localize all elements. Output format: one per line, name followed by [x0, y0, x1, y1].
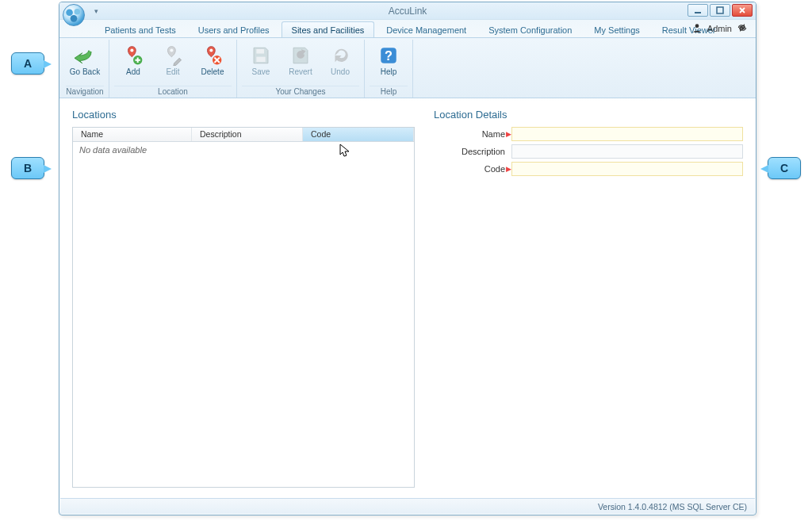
- svg-point-9: [209, 48, 213, 52]
- ribbon-group-label: Help: [370, 86, 408, 98]
- svg-rect-3: [695, 12, 701, 13]
- required-marker-icon: ▶: [505, 130, 511, 138]
- field-label-description: Description: [434, 147, 505, 156]
- svg-point-5: [695, 24, 699, 28]
- app-menu-orb[interactable]: [63, 4, 85, 26]
- app-title: AccuLink: [59, 6, 756, 17]
- field-label-name: Name: [434, 129, 505, 139]
- go-back-button[interactable]: Go Back: [66, 41, 104, 84]
- svg-point-2: [71, 15, 78, 22]
- locations-panel: Locations Name Description Code No data …: [72, 109, 415, 489]
- svg-rect-11: [256, 49, 264, 54]
- minimize-button[interactable]: [688, 4, 708, 17]
- callout-c: C: [768, 157, 801, 179]
- titlebar: ▾ AccuLink: [59, 2, 756, 20]
- locations-grid[interactable]: Name Description Code No data available: [72, 127, 415, 488]
- edit-button: Edit: [154, 41, 192, 84]
- svg-point-6: [130, 48, 133, 52]
- callout-b: B: [11, 157, 44, 179]
- location-details-panel: Location Details Name ▶ Description Code…: [434, 109, 743, 489]
- refresh-button[interactable]: [737, 23, 748, 34]
- version-text: Version 1.4.0.4812 (MS SQL Server CE): [598, 502, 747, 511]
- tab-users-and-profiles[interactable]: Users and Profiles: [188, 21, 280, 37]
- field-label-code: Code: [434, 164, 505, 174]
- delete-button[interactable]: Delete: [193, 41, 232, 84]
- tab-system-configuration[interactable]: System Configuration: [478, 21, 582, 37]
- svg-text:?: ?: [385, 48, 393, 63]
- ribbon-group-help: ? Help Help: [365, 40, 413, 98]
- add-icon: [123, 45, 144, 66]
- svg-rect-12: [256, 57, 265, 63]
- ribbon-tabstrip: Patients and Tests Users and Profiles Si…: [59, 20, 756, 38]
- grid-header: Name Description Code: [73, 128, 414, 142]
- name-field[interactable]: [511, 127, 743, 141]
- grid-empty-text: No data available: [73, 142, 414, 158]
- tab-my-settings[interactable]: My Settings: [584, 21, 649, 37]
- add-button[interactable]: Add: [114, 41, 152, 84]
- svg-point-8: [170, 48, 173, 52]
- revert-icon: [290, 45, 311, 66]
- ribbon-group-location: Add Edit Delete Location: [109, 40, 237, 98]
- close-button[interactable]: [732, 4, 753, 17]
- status-bar: Version 1.4.0.4812 (MS SQL Server CE): [60, 498, 755, 514]
- required-marker-icon: ▶: [505, 165, 511, 173]
- column-description[interactable]: Description: [192, 128, 303, 141]
- app-window: ▾ AccuLink Patients and Tests Users and …: [59, 2, 756, 515]
- undo-icon: [330, 45, 350, 66]
- locations-title: Locations: [72, 109, 415, 121]
- svg-rect-4: [717, 7, 723, 13]
- go-back-icon: [75, 45, 95, 66]
- tab-patients-and-tests[interactable]: Patients and Tests: [94, 21, 186, 37]
- details-title: Location Details: [434, 109, 743, 121]
- qat-dropdown[interactable]: ▾: [94, 7, 98, 15]
- ribbon-group-label: Navigation: [66, 86, 104, 98]
- user-icon: [691, 22, 703, 35]
- column-code[interactable]: Code: [303, 128, 414, 141]
- content-area: Locations Name Description Code No data …: [59, 101, 756, 497]
- callout-a: A: [11, 52, 44, 75]
- save-button: Save: [242, 41, 280, 84]
- svg-point-0: [66, 9, 73, 16]
- revert-button: Revert: [282, 41, 320, 84]
- svg-point-1: [75, 9, 81, 15]
- current-user-name: Admin: [707, 24, 732, 33]
- delete-icon: [202, 45, 223, 66]
- tab-device-management[interactable]: Device Management: [376, 21, 477, 37]
- ribbon-group-navigation: Go Back Navigation: [61, 40, 109, 98]
- tab-sites-and-facilities[interactable]: Sites and Facilities: [282, 21, 375, 37]
- code-field[interactable]: [511, 162, 743, 176]
- ribbon-group-your-changes: Save Revert Undo Your Changes: [237, 40, 365, 98]
- maximize-button[interactable]: [710, 4, 730, 17]
- help-button[interactable]: ? Help: [370, 41, 408, 84]
- ribbon: Go Back Navigation Add Edit Delete: [59, 38, 756, 98]
- help-icon: ?: [378, 45, 399, 66]
- edit-icon: [163, 45, 183, 66]
- save-icon: [251, 45, 271, 66]
- column-name[interactable]: Name: [73, 128, 192, 141]
- ribbon-group-label: Location: [114, 86, 232, 98]
- ribbon-group-label: Your Changes: [242, 86, 359, 98]
- undo-button: Undo: [321, 41, 359, 84]
- description-field[interactable]: [511, 144, 743, 159]
